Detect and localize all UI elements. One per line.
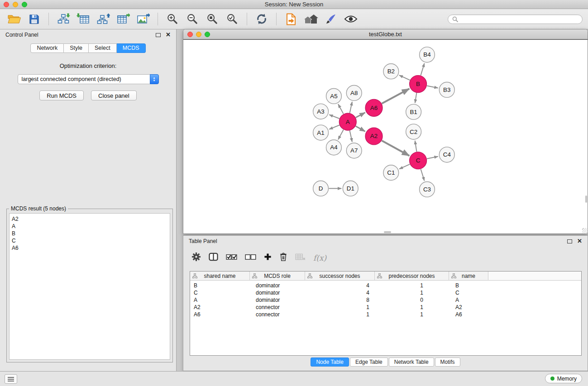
graph-node-A6[interactable]: A6 — [365, 99, 382, 116]
graph-edge-A-A1[interactable] — [329, 125, 339, 129]
graph-node-D1[interactable]: D1 — [343, 181, 358, 196]
column-visibility-button[interactable] — [209, 253, 218, 263]
network-close-button[interactable] — [187, 32, 193, 37]
table-cell[interactable]: 1 — [305, 304, 375, 310]
graph-node-B1[interactable]: B1 — [406, 104, 421, 119]
graph-edge-A-A2[interactable] — [356, 126, 365, 132]
close-panel-icon[interactable]: ✕ — [166, 33, 171, 37]
table-row[interactable]: Adominator80A — [190, 296, 581, 304]
delete-table-button[interactable] — [295, 253, 306, 262]
column-header-shared-name[interactable]: shared name — [190, 272, 250, 281]
graph-node-A5[interactable]: A5 — [326, 88, 342, 104]
mcds-result-item[interactable]: A2 — [12, 215, 167, 223]
tab-node-table[interactable]: Node Table — [311, 357, 349, 367]
zoom-out-button[interactable] — [184, 11, 201, 27]
graph-edge-A2-C[interactable] — [382, 141, 409, 156]
mcds-result-item[interactable]: C — [12, 237, 167, 244]
delete-columns-button[interactable] — [279, 252, 287, 263]
graph-edge-A-A3[interactable] — [329, 114, 339, 119]
search-box[interactable] — [448, 14, 583, 24]
network-canvas[interactable]: B4B2BB3A8A5A6B1A3AC2A1A2A4A7C4CC1C3DD1 — [183, 39, 588, 234]
table-cell[interactable]: A6 — [449, 311, 488, 318]
zoom-fit-button[interactable] — [204, 11, 221, 27]
column-header-predecessor-nodes[interactable]: predecessor nodes — [375, 272, 449, 281]
mcds-result-item[interactable]: A — [12, 223, 167, 230]
mcds-result-list[interactable]: A2ABCA6 — [9, 213, 170, 360]
network-zoom-button[interactable] — [205, 32, 210, 37]
apply-layout-button[interactable] — [253, 11, 270, 27]
graph-node-A3[interactable]: A3 — [313, 104, 329, 119]
graph-edge-B-B3[interactable] — [427, 86, 438, 88]
table-cell[interactable]: dominator — [250, 282, 305, 289]
network-vertical-scrollbar[interactable] — [585, 195, 587, 203]
graph-node-C2[interactable]: C2 — [406, 124, 421, 139]
graph-edge-C-C2[interactable] — [415, 141, 417, 152]
graph-edge-A-A6[interactable] — [356, 113, 365, 118]
add-column-button[interactable] — [264, 253, 272, 262]
graph-node-A4[interactable]: A4 — [326, 140, 342, 155]
graph-node-B3[interactable]: B3 — [439, 82, 454, 98]
export-table-button[interactable] — [115, 11, 132, 27]
home-button[interactable] — [302, 11, 320, 27]
graph-node-C[interactable]: C — [410, 152, 427, 169]
column-header-MCDS-role[interactable]: MCDS role — [250, 272, 305, 281]
table-cell[interactable]: B — [449, 282, 488, 289]
graph-node-D[interactable]: D — [313, 181, 329, 196]
graph-node-A7[interactable]: A7 — [346, 143, 362, 158]
table-cell[interactable]: A2 — [449, 304, 488, 310]
table-cell[interactable]: 1 — [375, 304, 449, 310]
network-window-titlebar[interactable]: testGlobe.txt — [183, 29, 588, 39]
memory-button[interactable]: Memory — [545, 374, 582, 383]
criterion-dropdown[interactable]: largest connected component (directed) ▲… — [18, 74, 159, 84]
function-builder-button[interactable]: f(x) — [313, 253, 326, 262]
table-cell[interactable]: A — [449, 297, 488, 303]
open-session-button[interactable] — [5, 11, 23, 27]
tab-mcds[interactable]: MCDS — [117, 43, 146, 53]
table-cell[interactable]: dominator — [250, 297, 305, 303]
table-row[interactable]: Bdominator41B — [190, 282, 581, 289]
graph-edge-A-A4[interactable] — [338, 130, 344, 140]
graph-edge-B-B1[interactable] — [415, 93, 417, 103]
network-horizontal-scrollbar[interactable] — [384, 231, 391, 233]
table-cell[interactable]: A2 — [190, 304, 250, 310]
graph-node-A[interactable]: A — [339, 113, 356, 130]
table-cell[interactable]: 8 — [305, 297, 375, 303]
close-panel-button[interactable]: Close panel — [91, 91, 137, 100]
graph-node-C1[interactable]: C1 — [383, 165, 399, 181]
toggle-graphics-details-button[interactable] — [342, 11, 359, 27]
table-cell[interactable]: 1 — [375, 311, 449, 318]
table-cell[interactable]: 1 — [375, 282, 449, 289]
table-cell[interactable]: 4 — [305, 290, 375, 296]
zoom-selected-button[interactable] — [224, 11, 241, 27]
open-document-button[interactable] — [282, 11, 300, 27]
table-row[interactable]: A6connector11A6 — [190, 311, 581, 318]
table-cell[interactable]: 1 — [305, 311, 375, 318]
graph-node-A8[interactable]: A8 — [346, 86, 362, 101]
table-cell[interactable]: C — [449, 290, 488, 296]
table-settings-button[interactable] — [191, 252, 201, 263]
tab-motifs[interactable]: Motifs — [435, 357, 460, 367]
table-cell[interactable]: C — [190, 290, 250, 296]
graph-node-B4[interactable]: B4 — [420, 47, 435, 62]
show-panels-button[interactable] — [5, 374, 17, 384]
table-row[interactable]: A2connector11A2 — [190, 304, 581, 311]
graph-edge-A-A8[interactable] — [350, 102, 352, 113]
save-session-button[interactable] — [25, 11, 43, 27]
graph-edge-A-A5[interactable] — [338, 104, 344, 114]
table-cell[interactable]: 1 — [375, 290, 449, 296]
table-cell[interactable]: B — [190, 282, 250, 289]
table-cell[interactable]: 4 — [305, 282, 375, 289]
graph-node-B2[interactable]: B2 — [383, 64, 399, 79]
mcds-result-item[interactable]: B — [12, 230, 167, 237]
table-cell[interactable]: dominator — [250, 290, 305, 296]
graph-node-C4[interactable]: C4 — [439, 147, 454, 162]
graph-edge-C-C4[interactable] — [427, 157, 438, 159]
tab-edge-table[interactable]: Edge Table — [350, 357, 388, 367]
float-table-panel-icon[interactable] — [567, 239, 572, 243]
tab-style[interactable]: Style — [64, 43, 89, 53]
graph-edge-A-A7[interactable] — [350, 131, 352, 142]
float-panel-icon[interactable] — [156, 33, 161, 37]
graph-node-B[interactable]: B — [410, 76, 427, 93]
export-image-button[interactable] — [134, 11, 152, 27]
column-header-successor-nodes[interactable]: successor nodes — [305, 272, 375, 281]
